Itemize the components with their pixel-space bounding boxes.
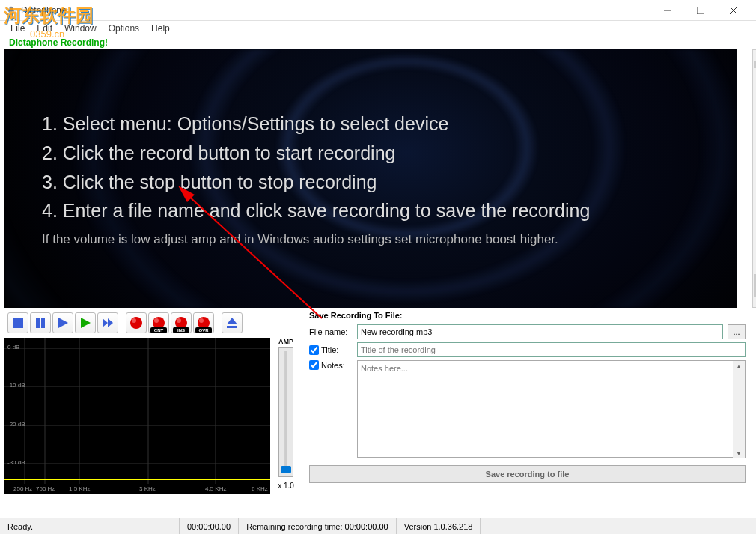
app-icon xyxy=(6,5,16,16)
svg-marker-11 xyxy=(81,318,91,328)
amp-slider[interactable] xyxy=(278,347,293,477)
svg-rect-9 xyxy=(41,318,45,328)
play-green-button[interactable] xyxy=(75,312,96,333)
titlebar: Dictaphone xyxy=(0,0,756,21)
statusbar: Ready. 00:00:00.00 Remaining recording t… xyxy=(0,518,756,534)
svg-point-14 xyxy=(130,317,142,329)
svg-marker-12 xyxy=(103,318,108,327)
menu-file[interactable]: File xyxy=(6,22,29,35)
svg-marker-22 xyxy=(227,318,237,324)
svg-rect-8 xyxy=(36,318,40,328)
spectrum-trace xyxy=(4,479,270,480)
record-cnt-button[interactable]: CNT xyxy=(148,312,169,333)
pause-button[interactable] xyxy=(30,312,51,333)
scroll-down-icon[interactable]: ▼ xyxy=(733,448,745,458)
svg-rect-7 xyxy=(13,318,23,328)
fast-forward-button[interactable] xyxy=(97,312,118,333)
hz-label: 4.5 KHz xyxy=(205,485,226,492)
svg-point-17 xyxy=(154,318,159,323)
spectrum-analyzer: 0 dB -10 dB -20 dB -30 dB 250 Hz 750 Hz … xyxy=(4,338,270,494)
db-label: -30 dB xyxy=(7,459,25,466)
svg-rect-2 xyxy=(697,7,704,14)
save-recording-button[interactable]: Save recording to file xyxy=(309,465,746,483)
menu-options[interactable]: Options xyxy=(104,22,144,35)
amp-label: AMP xyxy=(278,338,293,345)
hz-label: 250 Hz xyxy=(13,485,32,492)
instruction-line: 3. Click the stop button to stop recordi… xyxy=(42,168,590,197)
scroll-up-icon[interactable]: ▲ xyxy=(753,50,756,61)
svg-point-15 xyxy=(132,318,136,323)
menubar: File Edit Window Options Help xyxy=(0,21,756,36)
title-label: Title: xyxy=(321,345,338,354)
menu-window[interactable]: Window xyxy=(60,22,101,35)
svg-rect-0 xyxy=(9,6,13,11)
instructions-text: 1. Select menu: Options/Settings to sele… xyxy=(42,109,590,249)
minimize-button[interactable] xyxy=(651,0,684,21)
notes-checkbox[interactable] xyxy=(309,360,319,370)
window-title: Dictaphone xyxy=(21,5,651,16)
visualization-panel: 1. Select menu: Options/Settings to sele… xyxy=(4,49,737,308)
title-input[interactable] xyxy=(357,342,746,357)
notes-scrollbar[interactable]: ▲ ▼ xyxy=(733,361,745,458)
instruction-sub: If the volume is low adjust amp and in W… xyxy=(42,230,590,249)
filename-input[interactable] xyxy=(357,324,723,339)
browse-button[interactable]: ... xyxy=(728,324,746,339)
menu-edit[interactable]: Edit xyxy=(32,22,57,35)
scroll-up-icon[interactable]: ▲ xyxy=(733,361,745,371)
notes-textarea[interactable] xyxy=(357,360,746,458)
record-ovr-button[interactable]: OVR xyxy=(193,312,214,333)
svg-rect-23 xyxy=(227,326,237,328)
record-ins-button[interactable]: INS xyxy=(171,312,192,333)
record-button[interactable] xyxy=(126,312,147,333)
db-label: 0 dB xyxy=(7,344,19,351)
recording-status: Dictaphone Recording! xyxy=(0,36,756,49)
scroll-down-icon[interactable]: ▼ xyxy=(753,297,756,307)
save-panel-header: Save Recording To File: xyxy=(309,308,746,324)
db-label: -10 dB xyxy=(7,382,25,389)
eject-button[interactable] xyxy=(222,312,243,333)
svg-point-21 xyxy=(199,318,204,323)
db-label: -20 dB xyxy=(7,421,25,428)
status-ready: Ready. xyxy=(0,518,180,534)
instruction-line: 4. Enter a file name and click save reco… xyxy=(42,196,590,225)
amp-value: x 1.0 xyxy=(278,482,294,490)
notes-label: Notes: xyxy=(321,361,345,370)
save-panel: Save Recording To File: File name: ... T… xyxy=(303,308,752,488)
play-button[interactable] xyxy=(52,312,73,333)
stop-button[interactable] xyxy=(7,312,28,333)
instruction-line: 1. Select menu: Options/Settings to sele… xyxy=(42,109,590,139)
title-checkbox[interactable] xyxy=(309,345,319,355)
hz-label: 6 KHz xyxy=(252,485,268,492)
amp-slider-thumb[interactable] xyxy=(281,466,291,473)
svg-marker-10 xyxy=(58,318,68,328)
status-remaining: Remaining recording time: 00:00:00.00 xyxy=(239,518,397,534)
hz-label: 750 Hz xyxy=(36,485,55,492)
instruction-line: 2. Click the record button to start reco… xyxy=(42,139,590,168)
viz-scrollbar[interactable]: ▲ ▼ xyxy=(752,49,756,308)
status-version: Version 1.0.36.218 xyxy=(397,518,481,534)
hz-label: 1.5 KHz xyxy=(69,485,90,492)
svg-point-19 xyxy=(177,318,181,323)
filename-label: File name: xyxy=(309,327,353,336)
menu-help[interactable]: Help xyxy=(147,22,174,35)
hz-label: 3 KHz xyxy=(139,485,156,492)
close-button[interactable] xyxy=(717,0,750,21)
maximize-button[interactable] xyxy=(684,0,717,21)
status-time: 00:00:00.00 xyxy=(180,518,239,534)
svg-marker-13 xyxy=(108,318,113,327)
